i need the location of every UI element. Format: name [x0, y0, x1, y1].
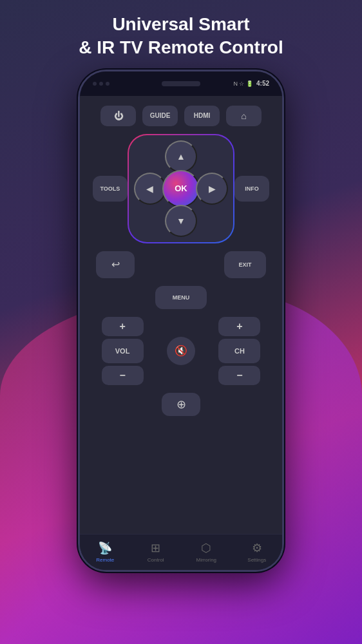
ch-minus-button[interactable]: −: [218, 366, 260, 385]
mute-button[interactable]: 🔇: [167, 337, 195, 365]
status-time: 4:52: [256, 80, 269, 87]
ch-plus-icon: +: [236, 321, 242, 332]
vol-ch-row: + VOL − 🔇 +: [93, 317, 269, 385]
nav-item-control[interactable]: ⊞ Control: [131, 541, 182, 563]
tools-label: TOOLS: [100, 185, 120, 192]
camera-dot-3: [106, 82, 110, 86]
remote-nav-icon: 📡: [98, 541, 112, 555]
ch-section: + CH −: [210, 317, 269, 385]
nav-down-button[interactable]: ▼: [165, 205, 197, 237]
nav-left-icon: ◀: [146, 184, 153, 194]
bottom-nav: 📡 Remote ⊞ Control ⬡ Mirroring ⚙ Setting…: [80, 534, 282, 570]
back-button[interactable]: ↩: [96, 251, 135, 278]
ch-plus-button[interactable]: +: [218, 317, 260, 336]
settings-nav-icon: ⚙: [252, 541, 262, 555]
info-label: INFO: [245, 185, 259, 192]
navigation-section: TOOLS ▲ ◀ OK: [93, 134, 269, 243]
power-button[interactable]: ⏻: [100, 106, 136, 126]
vol-label: VOL: [102, 339, 144, 363]
ch-label: CH: [218, 339, 260, 363]
nav-up-button[interactable]: ▲: [165, 140, 197, 173]
phone-frame: N ☆ 🔋 4:52 ⏻ GUIDE HDMI: [78, 70, 284, 572]
vol-minus-button[interactable]: −: [102, 366, 144, 385]
nav-item-remote[interactable]: 📡 Remote: [80, 541, 131, 563]
vol-plus-icon: +: [119, 321, 125, 332]
camera-area: [93, 82, 110, 86]
mirroring-nav-label: Mirroring: [196, 557, 216, 563]
back-exit-row: ↩ EXIT: [93, 251, 269, 278]
exit-button[interactable]: EXIT: [224, 251, 266, 278]
nav-ok-label: OK: [175, 184, 187, 193]
mirroring-nav-icon: ⬡: [201, 541, 211, 555]
speaker-grille: [162, 81, 200, 86]
phone-content: ⏻ GUIDE HDMI ⌂ TOOLS: [80, 96, 282, 570]
control-nav-icon: ⊞: [151, 541, 160, 555]
control-nav-label: Control: [148, 557, 164, 563]
vol-section: + VOL −: [93, 317, 152, 385]
camera-dot-2: [99, 82, 103, 86]
mute-section: 🔇: [157, 337, 205, 365]
back-icon: ↩: [111, 258, 120, 270]
source-button[interactable]: ⊕: [162, 393, 200, 416]
menu-row: MENU: [93, 286, 269, 309]
remote-area: ⏻ GUIDE HDMI ⌂ TOOLS: [80, 96, 282, 534]
phone-container: N ☆ 🔋 4:52 ⏻ GUIDE HDMI: [78, 70, 284, 572]
guide-button[interactable]: GUIDE: [142, 106, 178, 126]
nav-down-icon: ▼: [176, 216, 186, 226]
nav-cross: ▲ ◀ OK ▶ ▼: [128, 134, 234, 243]
top-buttons-row: ⏻ GUIDE HDMI ⌂: [93, 106, 269, 126]
nav-ok-button[interactable]: OK: [162, 170, 200, 207]
menu-button[interactable]: MENU: [155, 286, 207, 309]
tools-button[interactable]: TOOLS: [93, 176, 128, 202]
home-button[interactable]: ⌂: [226, 106, 262, 126]
guide-label: GUIDE: [150, 112, 171, 119]
vol-minus-icon: −: [119, 370, 125, 381]
info-button[interactable]: INFO: [234, 176, 269, 202]
menu-label: MENU: [173, 294, 190, 301]
power-icon: ⏻: [114, 111, 123, 121]
phone-top-bar: N ☆ 🔋 4:52: [80, 71, 282, 96]
remote-nav-label: Remote: [96, 557, 114, 563]
nav-right-button[interactable]: ▶: [196, 173, 228, 205]
nav-up-icon: ▲: [176, 151, 186, 162]
status-icons: N ☆ 🔋: [233, 80, 253, 87]
nav-right-icon: ▶: [209, 184, 216, 194]
home-icon: ⌂: [241, 111, 246, 121]
nav-item-settings[interactable]: ⚙ Settings: [232, 541, 283, 563]
camera-dot: [93, 82, 97, 86]
nav-left-button[interactable]: ◀: [134, 173, 166, 205]
nav-item-mirroring[interactable]: ⬡ Mirroring: [181, 541, 232, 563]
mute-icon: 🔇: [175, 345, 187, 357]
settings-nav-label: Settings: [247, 557, 266, 563]
hdmi-label: HDMI: [194, 112, 211, 119]
ch-minus-icon: −: [236, 370, 242, 381]
page-title: Universal Smart & IR TV Remote Control: [59, 0, 302, 66]
source-row: ⊕: [93, 393, 269, 416]
source-icon: ⊕: [176, 397, 186, 412]
hdmi-button[interactable]: HDMI: [184, 106, 220, 126]
exit-label: EXIT: [238, 261, 251, 268]
status-bar: N ☆ 🔋 4:52: [233, 80, 269, 87]
vol-plus-button[interactable]: +: [102, 317, 144, 336]
